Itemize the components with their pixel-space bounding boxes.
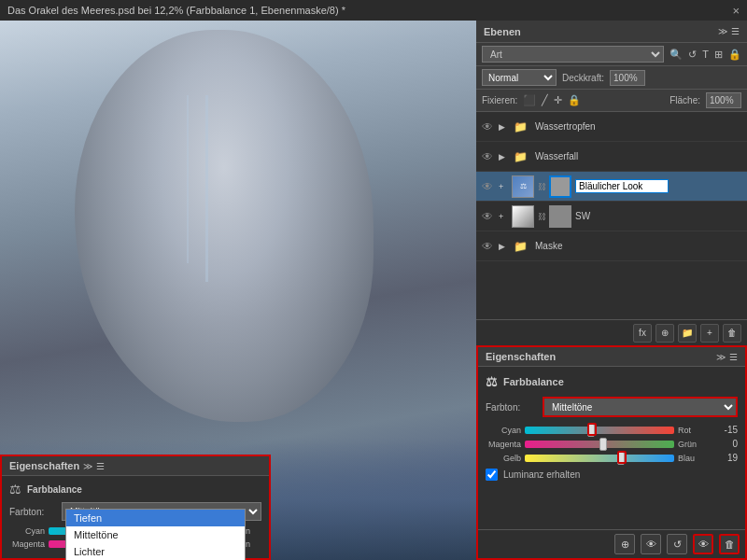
new-layer-btn[interactable]: + bbox=[700, 324, 719, 343]
flaeche-label: Fläche: bbox=[669, 95, 700, 105]
fix-brush-icon[interactable]: ╱ bbox=[542, 94, 548, 106]
folder-thumb-1: 📁 bbox=[509, 116, 531, 138]
deckkraft-label: Deckkraft: bbox=[562, 73, 604, 83]
gelb-blau-value: 19 bbox=[712, 453, 738, 463]
thumb-colorbal-3: ⚖ bbox=[512, 175, 534, 198]
layer-item-maske[interactable]: 👁 ▶ 📁 Maske bbox=[476, 231, 747, 261]
balance-icon-right: ⚖ bbox=[486, 374, 498, 389]
document-title: Das Orakel des Meeres.psd bei 12,2% (Far… bbox=[7, 5, 345, 16]
props-footer-add-btn[interactable]: ⊕ bbox=[614, 534, 635, 554]
layer-item-sw[interactable]: 👁 + ⛓ SW bbox=[476, 202, 747, 231]
farbton-label-small: Farbton: bbox=[9, 507, 56, 517]
eye-icon-5[interactable]: 👁 bbox=[482, 240, 495, 253]
magenta-gruen-value: 0 bbox=[712, 439, 738, 449]
props-small-expand-icon[interactable]: ≫ bbox=[83, 461, 92, 471]
gelb-blau-row: Gelb Blau 19 bbox=[486, 453, 738, 463]
eye-icon-3[interactable]: 👁 bbox=[482, 180, 495, 193]
farbton-dropdown[interactable]: Tiefen Mitteltöne Lichter bbox=[65, 509, 246, 560]
eye-icon-4[interactable]: 👁 bbox=[482, 210, 495, 223]
layers-expand-icon[interactable]: ≫ bbox=[718, 26, 727, 36]
props-footer-reset-btn[interactable]: ↺ bbox=[667, 534, 687, 554]
magenta-label-small: Magenta bbox=[9, 539, 45, 549]
eye-icon-2[interactable]: 👁 bbox=[482, 150, 495, 163]
dropdown-item-tiefen[interactable]: Tiefen bbox=[66, 510, 245, 526]
cyan-label: Cyan bbox=[486, 426, 521, 435]
text-icon[interactable]: T bbox=[702, 49, 709, 60]
layers-section: Ebenen ≫ ☰ Art 🔍 ↺ T ⊞ 🔒 Norm bbox=[476, 21, 747, 345]
magenta-gruen-row: Magenta Grün 0 bbox=[486, 439, 738, 449]
props-small-header: Eigenschaften ≫ ☰ bbox=[2, 456, 269, 476]
props-footer-eye-btn[interactable]: 👁 bbox=[641, 534, 661, 554]
layer-name-4: SW bbox=[575, 211, 741, 221]
plus-icon-3[interactable]: + bbox=[499, 182, 508, 191]
cyan-rot-slider[interactable] bbox=[525, 427, 674, 434]
fix-move-icon[interactable]: ✛ bbox=[554, 94, 562, 106]
cyan-rot-value: -15 bbox=[712, 425, 738, 435]
props-small-title: Eigenschaften bbox=[9, 460, 79, 471]
props-right-menu-icon[interactable]: ☰ bbox=[729, 352, 738, 362]
cyan-rot-row: Cyan Rot -15 bbox=[486, 425, 738, 435]
flaeche-controls: Fixieren: ⬛ ╱ ✛ 🔒 Fläche: 100% bbox=[476, 90, 747, 112]
props-panel-small: Eigenschaften ≫ ☰ ⚖ Farbbalance Farbton:… bbox=[0, 455, 271, 560]
deckkraft-input[interactable]: 100% bbox=[610, 70, 645, 86]
gelb-blau-thumb[interactable] bbox=[617, 452, 625, 465]
fix-lock-icon[interactable]: 🔒 bbox=[568, 94, 581, 106]
layers-header: Ebenen ≫ ☰ bbox=[476, 21, 747, 43]
gruen-label: Grün bbox=[678, 440, 708, 449]
props-right-content: ⚖ Farbbalance Farbton: Mitteltöne Tiefen… bbox=[478, 367, 745, 529]
layer-item-blaeulicher-look[interactable]: 👁 + ⚖ ⛓ bbox=[476, 172, 747, 202]
arrow-icon-5[interactable]: ▶ bbox=[499, 242, 505, 251]
magenta-gruen-slider[interactable] bbox=[525, 441, 674, 448]
layers-footer: fx ⊕ 📁 + 🗑 bbox=[476, 319, 747, 345]
balance-icon-small: ⚖ bbox=[9, 482, 21, 497]
magenta-label: Magenta bbox=[486, 440, 521, 449]
blend-mode-select[interactable]: Normal bbox=[482, 69, 557, 86]
gelb-blau-slider[interactable] bbox=[525, 455, 674, 462]
props-right-expand-icon[interactable]: ≫ bbox=[716, 352, 726, 362]
delete-layer-btn[interactable]: 🗑 bbox=[723, 324, 741, 343]
layers-menu-icon[interactable]: ☰ bbox=[731, 26, 740, 36]
arrow-icon-2[interactable]: ▶ bbox=[499, 152, 505, 161]
fix-pixel-icon[interactable]: ⬛ bbox=[523, 94, 536, 106]
lock-icon[interactable]: 🔒 bbox=[728, 49, 741, 61]
props-footer-delete-btn[interactable]: 🗑 bbox=[719, 534, 740, 554]
farbton-row-right: Farbton: Mitteltöne Tiefen Lichter bbox=[486, 397, 738, 417]
luminanz-checkbox[interactable] bbox=[486, 469, 498, 481]
chain-icon-4: ⛓ bbox=[538, 212, 545, 221]
rot-label: Rot bbox=[678, 426, 708, 435]
add-adjustment-btn[interactable]: fx bbox=[633, 324, 652, 343]
title-bar: Das Orakel des Meeres.psd bei 12,2% (Far… bbox=[0, 0, 747, 21]
right-panel: Ebenen ≫ ☰ Art 🔍 ↺ T ⊞ 🔒 Norm bbox=[476, 21, 747, 560]
refresh-icon[interactable]: ↺ bbox=[688, 49, 697, 61]
dropdown-item-mitteltoene[interactable]: Mitteltöne bbox=[66, 526, 245, 543]
props-small-menu-icon[interactable]: ☰ bbox=[96, 461, 105, 471]
eye-icon-1[interactable]: 👁 bbox=[482, 120, 495, 133]
props-right-subtitle: Farbbalance bbox=[503, 376, 564, 387]
search-icon[interactable]: 🔍 bbox=[669, 49, 683, 61]
farbton-select-right[interactable]: Mitteltöne Tiefen Lichter bbox=[543, 397, 738, 417]
new-group-btn[interactable]: 📁 bbox=[678, 324, 697, 343]
flaeche-input[interactable]: 100% bbox=[706, 92, 741, 108]
plus-icon-4[interactable]: + bbox=[499, 212, 508, 221]
folder-thumb-2: 📁 bbox=[509, 146, 531, 168]
chain-icon-3: ⛓ bbox=[538, 182, 545, 191]
layers-toolbar: Art 🔍 ↺ T ⊞ 🔒 bbox=[476, 43, 747, 66]
props-panel-right: Eigenschaften ≫ ☰ ⚖ Farbbalance Farbton:… bbox=[476, 345, 747, 560]
add-mask-btn[interactable]: ⊕ bbox=[655, 324, 674, 343]
layer-item-wassertropfen[interactable]: 👁 ▶ 📁 Wassertropfen bbox=[476, 112, 747, 142]
grid-icon[interactable]: ⊞ bbox=[714, 49, 723, 61]
cyan-rot-thumb[interactable] bbox=[587, 424, 595, 437]
layer-name-input-3[interactable] bbox=[575, 179, 669, 193]
props-footer-visibility-btn[interactable]: 👁 bbox=[693, 534, 713, 554]
magenta-gruen-thumb[interactable] bbox=[599, 438, 607, 451]
dropdown-item-lichter[interactable]: Lichter bbox=[66, 543, 245, 560]
blau-label: Blau bbox=[678, 454, 708, 463]
close-button[interactable]: × bbox=[732, 4, 740, 18]
layer-item-wasserfall[interactable]: 👁 ▶ 📁 Wasserfall bbox=[476, 142, 747, 172]
layer-name-1: Wassertropfen bbox=[535, 121, 741, 132]
search-filter-select[interactable]: Art bbox=[482, 46, 664, 63]
layer-name-2: Wasserfall bbox=[535, 151, 741, 161]
arrow-icon-1[interactable]: ▶ bbox=[499, 122, 505, 132]
luminanz-label: Luminanz erhalten bbox=[503, 469, 580, 480]
canvas-area: Eigenschaften ≫ ☰ ⚖ Farbbalance Farbton:… bbox=[0, 21, 476, 560]
